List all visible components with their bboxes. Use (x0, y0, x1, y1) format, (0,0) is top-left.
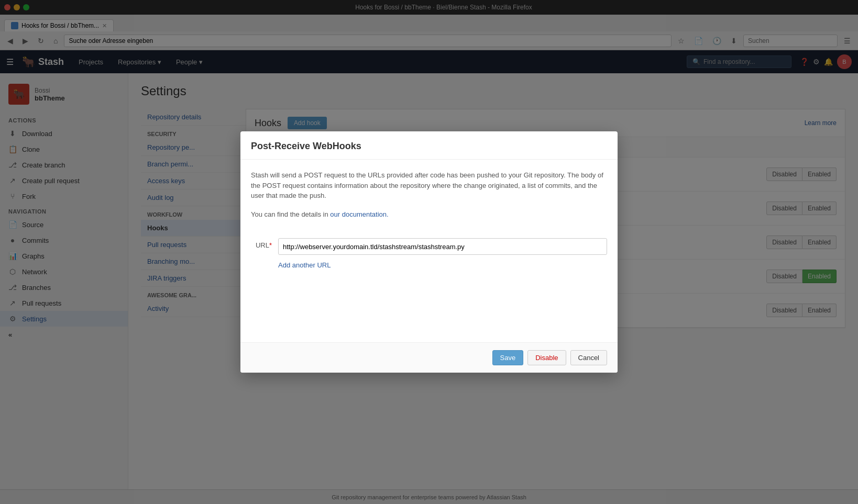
modal-url-input[interactable] (278, 238, 607, 255)
modal-title: Post-Receive WebHooks (251, 141, 607, 152)
modal-add-url-row: Add another URL (251, 261, 607, 269)
modal-save-button[interactable]: Save (492, 350, 524, 365)
modal-doc-link[interactable]: our documentation. (330, 210, 388, 218)
modal-overlay[interactable]: Post-Receive WebHooks Stash will send a … (0, 0, 858, 504)
modal-url-label: URL* (251, 238, 272, 249)
modal-description: Stash will send a POST request to the UR… (251, 170, 607, 201)
modal-url-row: URL* (251, 238, 607, 255)
modal-add-another-url-link[interactable]: Add another URL (278, 261, 331, 269)
modal-header: Post-Receive WebHooks (240, 131, 618, 160)
modal-doc-link-text: You can find the details in our document… (251, 209, 607, 220)
modal-footer: Save Disable Cancel (240, 342, 618, 373)
modal-form: URL* Add another URL (240, 238, 618, 279)
modal-spacer (240, 279, 618, 342)
modal-disable-button[interactable]: Disable (527, 350, 566, 365)
modal-cancel-button[interactable]: Cancel (570, 350, 607, 365)
modal-post-receive: Post-Receive WebHooks Stash will send a … (240, 131, 618, 373)
modal-body: Stash will send a POST request to the UR… (240, 160, 618, 238)
